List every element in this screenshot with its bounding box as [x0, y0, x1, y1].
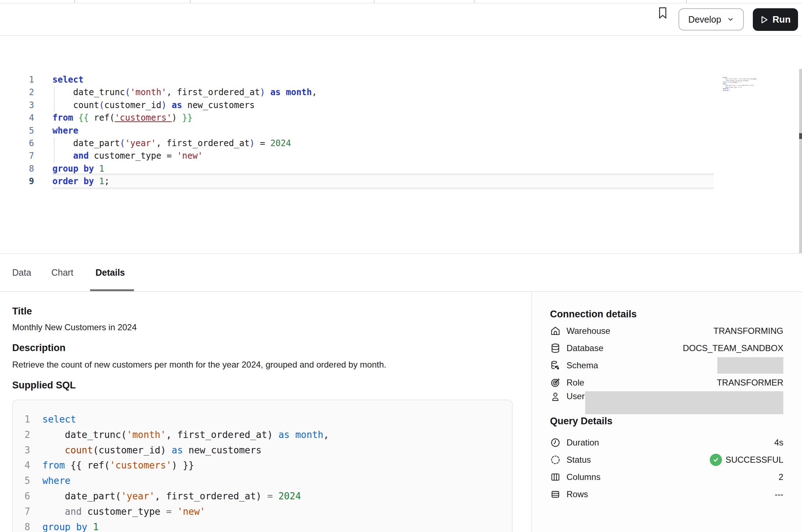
line-number: 4: [13, 458, 30, 473]
redacted-value: [717, 357, 783, 374]
line-number: 1: [13, 412, 30, 427]
row-value: 4s: [774, 438, 783, 448]
line-number: 2: [13, 427, 30, 443]
code-line: select: [52, 74, 317, 86]
row-value: ---: [775, 489, 783, 499]
line-number: 6: [0, 137, 34, 150]
row-label: Database: [566, 343, 603, 353]
row-value: TRANSFORMING: [713, 326, 783, 336]
row-label: Role: [566, 378, 584, 388]
description-value: Retrieve the count of new customers per …: [12, 360, 386, 370]
develop-dropdown-button[interactable]: Develop: [679, 8, 744, 31]
editor-line-numbers: 123456789: [0, 74, 34, 188]
supplied-sql-heading: Supplied SQL: [12, 380, 76, 391]
role-icon: [550, 377, 562, 388]
duration-icon: [550, 437, 562, 448]
connection-details-heading: Connection details: [550, 309, 637, 320]
code-line: date_trunc('month', first_ordered_at) as…: [52, 86, 317, 99]
success-check-icon: [710, 454, 722, 466]
editor-minimap[interactable]: select date_trunc('month', first_ordered…: [716, 72, 756, 90]
browser-tab-strip: [0, 0, 802, 4]
code-line: order by 1;: [52, 175, 317, 188]
app-window: Develop Run Query completed in 4s Enviro…: [0, 0, 802, 532]
line-number: 5: [0, 125, 34, 137]
code-line: where: [42, 473, 329, 489]
query-details-row-rows: Rows---: [550, 486, 783, 503]
row-label: Duration: [566, 438, 599, 448]
connection-row-database: DatabaseDOCS_TEAM_SANDBOX: [550, 340, 783, 357]
supplied-sql-code: select date_trunc('month', first_ordered…: [42, 412, 329, 532]
header-bar: Develop Run: [0, 4, 802, 36]
rows-icon: [550, 489, 562, 500]
code-line: date_trunc('month', first_ordered_at) as…: [42, 427, 329, 443]
user-icon: [550, 391, 562, 402]
status-icon: [550, 454, 562, 465]
run-label: Run: [773, 14, 791, 25]
line-number: 7: [0, 150, 34, 162]
sql-editor[interactable]: 123456789 select date_trunc('month', fir…: [0, 36, 802, 253]
code-line: select: [42, 412, 329, 427]
editor-code[interactable]: select date_trunc('month', first_ordered…: [723, 76, 757, 91]
chevron-down-icon: [727, 16, 734, 23]
tab-chart[interactable]: Chart: [51, 267, 73, 278]
scrollbar-thumb[interactable]: [799, 133, 802, 139]
row-value: 2: [779, 472, 783, 482]
supplied-sql-line-numbers: 12345678: [13, 412, 30, 532]
develop-label: Develop: [688, 14, 721, 25]
title-value: Monthly New Customers in 2024: [12, 322, 137, 332]
editor-code[interactable]: select date_trunc('month', first_ordered…: [52, 74, 317, 188]
line-number: 9: [0, 175, 34, 188]
code-line: from {{ ref('customers') }}: [52, 112, 317, 124]
redacted-value: [585, 391, 783, 414]
supplied-sql-block: 12345678 select date_trunc('month', firs…: [12, 400, 513, 532]
code-line: where: [52, 125, 317, 137]
columns-icon: [550, 472, 562, 482]
row-value: [717, 357, 783, 374]
connection-row-role: RoleTRANSFORMER: [550, 374, 783, 391]
line-number: 3: [13, 443, 30, 458]
connection-row-schema: Schema: [550, 357, 783, 374]
query-details-rows: Duration4sStatusSUCCESSFULColumns2Rows--…: [550, 434, 783, 503]
line-number: 7: [13, 504, 30, 519]
schema-icon: [550, 360, 562, 371]
active-tab-underline: [90, 289, 134, 291]
tab-details[interactable]: Details: [95, 267, 125, 278]
row-value: [585, 391, 783, 414]
row-label: User: [566, 391, 585, 401]
results-tabbar: Data Chart Details: [0, 253, 802, 292]
code-line: group by 1: [42, 519, 329, 532]
line-number: 6: [13, 489, 30, 504]
title-heading: Title: [12, 306, 32, 317]
row-label: Schema: [566, 360, 598, 370]
code-line: count(customer_id) as new_customers: [52, 99, 317, 112]
code-line: date_part('year', first_ordered_at) = 20…: [52, 137, 317, 150]
database-icon: [550, 343, 562, 354]
code-line: group by 1: [52, 163, 317, 175]
editor-scrollbar[interactable]: [799, 69, 802, 253]
query-details-row-status: StatusSUCCESSFUL: [550, 451, 783, 468]
details-side-panel: Connection details WarehouseTRANSFORMING…: [531, 292, 802, 532]
line-number: 8: [0, 163, 34, 175]
code-line: date_part('year', first_ordered_at) = 20…: [42, 489, 329, 504]
code-line: from {{ ref('customers') }}: [42, 458, 329, 473]
row-value: TRANSFORMER: [717, 378, 783, 388]
connection-row-warehouse: WarehouseTRANSFORMING: [550, 322, 783, 340]
query-details-row-columns: Columns2: [550, 468, 783, 486]
row-label: Warehouse: [566, 326, 610, 336]
code-line: count(customer_id) as new_customers: [42, 443, 329, 458]
warehouse-icon: [550, 326, 562, 336]
line-number: 8: [13, 519, 30, 532]
row-value: DOCS_TEAM_SANDBOX: [683, 343, 783, 353]
bookmark-icon[interactable]: [657, 6, 668, 19]
line-number: 3: [0, 99, 34, 112]
row-value: SUCCESSFUL: [710, 454, 783, 466]
code-line: and customer_type = 'new': [42, 504, 329, 519]
query-details-row-duration: Duration4s: [550, 434, 783, 451]
run-button[interactable]: Run: [753, 8, 798, 31]
tab-data[interactable]: Data: [12, 267, 31, 278]
line-number: 1: [0, 74, 34, 86]
row-label: Columns: [566, 472, 601, 482]
row-label: Rows: [566, 489, 588, 499]
code-line: order by 1;: [723, 90, 757, 92]
description-heading: Description: [12, 342, 66, 354]
